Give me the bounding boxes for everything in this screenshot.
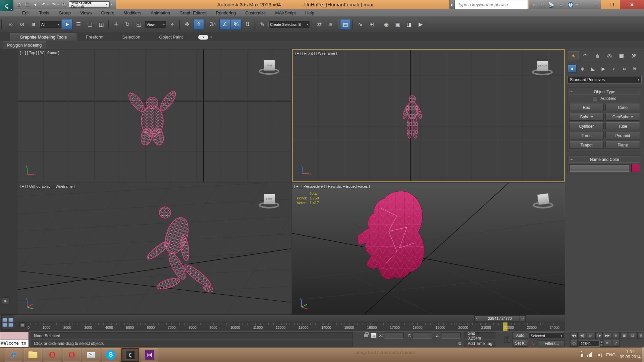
ribbon-tab-graphite[interactable]: Graphite Modeling Tools: [10, 33, 76, 41]
motion-tab-icon[interactable]: ◎: [604, 51, 615, 60]
selection-filter-dropdown[interactable]: All: [40, 21, 61, 28]
next-frame-arrow[interactable]: >: [520, 315, 526, 321]
key-filter-dropdown[interactable]: Selected▾: [529, 333, 564, 339]
hierarchy-tab-icon[interactable]: ⋔: [592, 51, 603, 60]
ribbon-tab-selection[interactable]: Selection: [113, 33, 150, 41]
expand-panel-arrow-icon[interactable]: ▶: [2, 297, 9, 304]
previous-frame-button[interactable]: ◀│: [579, 332, 586, 339]
layer-manager-icon[interactable]: ▤: [340, 19, 351, 30]
render-production-icon[interactable]: ▶: [415, 19, 426, 30]
new-scene-icon[interactable]: 🗋: [16, 2, 22, 7]
polygon-modeling-panel[interactable]: Polygon Modeling: [3, 41, 46, 49]
viewport-top-label[interactable]: [ + ] [ Top ] [ Wireframe ]: [20, 51, 59, 55]
angle-snap-icon[interactable]: ∠: [219, 19, 230, 30]
modify-tab-icon[interactable]: ◠: [580, 51, 591, 60]
key-mode-toggle-icon[interactable]: ◁▷: [570, 340, 578, 347]
helpers-category-icon[interactable]: ⌖: [609, 65, 618, 73]
mirror-icon[interactable]: ⇄: [314, 19, 325, 30]
menu-item[interactable]: Views: [75, 9, 96, 17]
select-and-link-icon[interactable]: ∞: [5, 19, 16, 30]
go-to-end-button[interactable]: ▶▶: [604, 332, 611, 339]
zoom-all-icon[interactable]: ▦: [621, 332, 628, 339]
ribbon-tab-freeform[interactable]: Freeform: [76, 33, 113, 41]
object-type-geosphere-button[interactable]: GeoSphere: [605, 113, 640, 121]
app-menu-button[interactable]: ς▼: [0, 0, 13, 11]
menu-item[interactable]: Create: [96, 9, 119, 17]
cameras-category-icon[interactable]: ▶: [599, 65, 608, 73]
add-time-tag[interactable]: Add Time Tag: [465, 340, 495, 347]
select-and-move-icon[interactable]: ✛: [111, 19, 121, 30]
select-by-name-icon[interactable]: ☰: [73, 19, 84, 30]
z-coordinate-field[interactable]: [441, 333, 461, 339]
model-ortho-wireframe[interactable]: [144, 200, 213, 296]
select-and-rotate-icon[interactable]: ↻: [122, 19, 133, 30]
bind-to-space-warp-icon[interactable]: ≋: [28, 19, 39, 30]
zoom-icon[interactable]: ⊕: [612, 332, 620, 339]
play-button[interactable]: ▷: [587, 332, 594, 339]
object-type-tube-button[interactable]: Tube: [605, 122, 640, 130]
spinner-snap-icon[interactable]: ⇅: [242, 19, 253, 30]
viewport-front[interactable]: [ + ] [ Front ] [ Wireframe ] FRONT: [292, 49, 565, 182]
rectangular-selection-region-icon[interactable]: ▢: [85, 19, 95, 30]
close-button[interactable]: ✕: [620, 0, 644, 9]
redo-dropdown-icon[interactable]: ▾: [57, 3, 59, 6]
named-selection-sets-dropdown[interactable]: Create Selection S: [268, 21, 310, 28]
menu-item[interactable]: Rendering: [211, 9, 240, 17]
space-warps-category-icon[interactable]: ≋: [620, 65, 629, 73]
object-type-cylinder-button[interactable]: Cylinder: [569, 122, 604, 130]
redo-icon[interactable]: ↷: [51, 2, 57, 7]
ribbon-tab-object-paint[interactable]: Object Paint: [150, 33, 192, 41]
object-type-pyramid-button[interactable]: Pyramid: [605, 132, 640, 139]
viewcube[interactable]: [532, 189, 555, 213]
select-object-icon[interactable]: ➤: [62, 19, 72, 30]
object-type-torus-button[interactable]: Torus: [569, 132, 604, 139]
menu-item[interactable]: Graph Editors: [175, 9, 211, 17]
schematic-view-icon[interactable]: ⊞: [366, 19, 377, 30]
menu-item[interactable]: Help: [301, 9, 319, 17]
maximize-viewport-toggle-icon[interactable]: ⤢: [612, 340, 620, 347]
unlink-selection-icon[interactable]: ⊘: [17, 19, 28, 30]
restore-button[interactable]: ❐: [604, 0, 620, 9]
current-frame-field[interactable]: 22841: [579, 340, 600, 347]
taskbar-opera-2[interactable]: O: [63, 348, 80, 362]
keyboard-shortcut-override-icon[interactable]: ⇧: [193, 19, 204, 30]
time-tag-icon[interactable]: ⧉: [457, 341, 463, 347]
frame-spinner[interactable]: ▲▼: [600, 340, 603, 347]
taskbar-3ds-max[interactable]: ς: [121, 348, 139, 362]
time-slider-track[interactable]: < 22841 / 24770 >: [0, 314, 565, 322]
taskbar-internet-explorer[interactable]: e: [5, 348, 22, 362]
render-setup-icon[interactable]: ▣: [392, 19, 403, 30]
viewport-layout-tabs[interactable]: [1, 315, 14, 330]
menu-item[interactable]: Modifiers: [119, 9, 146, 17]
systems-category-icon[interactable]: ✳: [630, 65, 639, 73]
viewport-top[interactable]: [ + ] [ Top ] [ Wireframe ] TOP: [18, 49, 291, 182]
ribbon-options-icon[interactable]: ▾: [210, 36, 212, 39]
ribbon-minimize-icon[interactable]: ▼: [198, 35, 208, 40]
absolute-mode-icon[interactable]: ◇: [371, 333, 377, 339]
auto-key-button[interactable]: Auto: [513, 332, 528, 339]
geometry-category-icon[interactable]: ●: [568, 65, 577, 73]
open-mini-curve-editor-icon[interactable]: ▤: [19, 322, 25, 328]
curve-editor-icon[interactable]: ∿: [355, 19, 366, 30]
snaps-toggle-icon[interactable]: 3∩: [208, 19, 219, 30]
previous-frame-arrow[interactable]: <: [474, 315, 480, 321]
undo-dropdown-icon[interactable]: ▾: [47, 3, 49, 6]
help-dropdown-icon[interactable]: ▾: [577, 3, 578, 6]
use-pivot-point-icon[interactable]: ⌖: [167, 19, 178, 30]
track-bar[interactable]: 0100020003000400050006000700080009000100…: [0, 322, 565, 331]
go-to-start-button[interactable]: ◀◀: [570, 332, 578, 339]
search-icon[interactable]: ⌕: [533, 2, 535, 7]
align-icon[interactable]: ≡: [325, 19, 336, 30]
material-editor-icon[interactable]: ◉: [381, 19, 392, 30]
viewport-orthographic[interactable]: [ + ] [ Orthographic ] [ Wireframe ]: [18, 183, 291, 314]
taskbar-visual-studio[interactable]: ⋈: [141, 348, 158, 362]
zoom-extents-all-icon[interactable]: ⧉: [637, 332, 644, 339]
viewport-ortho-label[interactable]: [ + ] [ Orthographic ] [ Wireframe ]: [20, 184, 75, 188]
selection-lock-icon[interactable]: [364, 334, 368, 337]
rendered-frame-window-icon[interactable]: ◨: [404, 19, 415, 30]
language-indicator[interactable]: ENG: [606, 352, 615, 357]
taskbar-performance-monitor[interactable]: [83, 348, 100, 362]
taskbar-skype[interactable]: S: [102, 348, 119, 362]
x-coordinate-field[interactable]: [384, 333, 404, 339]
object-type-header[interactable]: –Object Type: [569, 89, 640, 95]
